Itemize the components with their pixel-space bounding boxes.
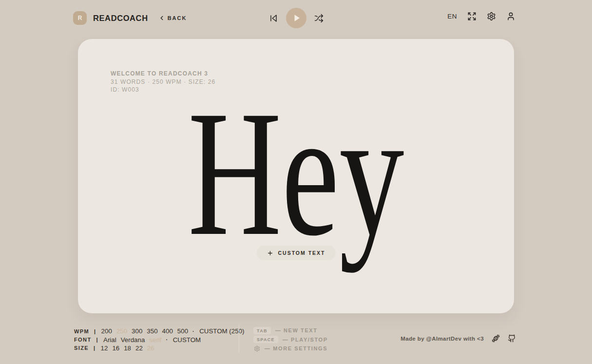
- wpm-custom-button[interactable]: CUSTOM (250): [199, 327, 244, 335]
- expand-icon: [467, 12, 477, 21]
- tab-key-badge: TAB: [253, 327, 271, 334]
- separator-pipe: |: [96, 337, 98, 343]
- back-button[interactable]: BACK: [158, 15, 187, 21]
- github-icon: [508, 334, 516, 343]
- custom-text-button[interactable]: CUSTOM TEXT: [256, 246, 335, 260]
- gear-icon: [487, 12, 496, 21]
- support-button[interactable]: [492, 334, 500, 343]
- font-label: FONT: [74, 337, 92, 343]
- back-label: BACK: [168, 15, 187, 21]
- shuffle-button[interactable]: [314, 14, 324, 23]
- shuffle-icon: [314, 14, 324, 23]
- user-icon: [506, 12, 516, 21]
- text-info: WELCOME TO READCOACH 3 31 WORDS · 250 WP…: [111, 70, 215, 94]
- top-bar: R READCOACH BACK: [0, 0, 592, 37]
- wpm-label: WPM: [74, 328, 89, 334]
- gear-icon: [253, 345, 260, 352]
- shortcut-action: — NEW TEXT: [275, 327, 318, 333]
- credits-text: Made by @AlmartDev with <3: [401, 336, 484, 342]
- app-title: READCOACH: [93, 14, 148, 23]
- text-meta: 31 WORDS · 250 WPM · SIZE: 26: [111, 78, 215, 86]
- shortcuts-panel: TAB — NEW TEXT SPACE — PLAY/STOP — MORE …: [253, 326, 328, 353]
- custom-text-label: CUSTOM TEXT: [278, 250, 325, 256]
- wpm-option-300[interactable]: 300: [132, 327, 142, 335]
- app-logo[interactable]: R: [73, 11, 87, 25]
- size-label: SIZE: [74, 345, 89, 351]
- wpm-option-250[interactable]: 250: [116, 327, 127, 335]
- fullscreen-button[interactable]: [467, 12, 477, 21]
- font-option-serif[interactable]: serif: [149, 336, 161, 344]
- play-icon: [291, 14, 301, 22]
- shortcut-action: — PLAY/STOP: [283, 337, 328, 343]
- wpm-option-350[interactable]: 350: [147, 327, 157, 335]
- font-custom-button[interactable]: CUSTOM: [173, 336, 201, 344]
- separator-dot: ·: [166, 337, 169, 343]
- shortcut-play-stop: SPACE — PLAY/STOP: [253, 335, 328, 345]
- size-option-16[interactable]: 16: [112, 345, 119, 352]
- text-id: ID: W003: [111, 86, 215, 94]
- size-option-26[interactable]: 26: [147, 345, 154, 352]
- reader-card: WELCOME TO READCOACH 3 31 WORDS · 250 WP…: [78, 39, 514, 313]
- wpm-option-200[interactable]: 200: [101, 327, 112, 335]
- skip-back-button[interactable]: [269, 14, 278, 23]
- shortcut-new-text: TAB — NEW TEXT: [253, 326, 328, 335]
- brand-group: R READCOACH BACK: [73, 11, 187, 25]
- text-title: WELCOME TO READCOACH 3: [111, 70, 215, 78]
- font-row: FONT | Arial Verdana serif · CUSTOM: [74, 335, 244, 344]
- shortcut-action: — MORE SETTINGS: [265, 345, 327, 351]
- wpm-option-400[interactable]: 400: [162, 327, 173, 335]
- size-option-12[interactable]: 12: [101, 345, 108, 352]
- utility-group: EN: [447, 12, 516, 21]
- skip-back-icon: [269, 14, 278, 23]
- shortcut-more-settings: — MORE SETTINGS: [253, 344, 328, 353]
- language-button[interactable]: EN: [447, 13, 457, 20]
- space-key-badge: SPACE: [253, 336, 278, 343]
- font-option-arial[interactable]: Arial: [103, 336, 116, 344]
- chevron-left-icon: [158, 15, 165, 21]
- current-word: Hey: [139, 83, 453, 263]
- size-row: SIZE | 12 16 18 22 26: [74, 344, 244, 352]
- settings-panel: WPM | 200 250 300 350 400 500 · CUSTOM (…: [74, 327, 244, 352]
- wpm-row: WPM | 200 250 300 350 400 500 · CUSTOM (…: [74, 327, 244, 335]
- footer-divider: [239, 325, 239, 352]
- separator-pipe: |: [94, 345, 95, 351]
- profile-button[interactable]: [506, 12, 516, 21]
- plus-icon: [267, 250, 273, 256]
- play-button[interactable]: [286, 8, 306, 28]
- credits: Made by @AlmartDev with <3: [401, 334, 516, 343]
- separator-pipe: |: [94, 328, 96, 334]
- wpm-option-500[interactable]: 500: [177, 327, 188, 335]
- size-option-22[interactable]: 22: [135, 345, 143, 352]
- settings-button[interactable]: [487, 12, 496, 21]
- separator-dot: ·: [192, 328, 195, 334]
- logo-letter: R: [78, 15, 82, 21]
- candy-icon: [492, 334, 500, 343]
- github-button[interactable]: [508, 334, 516, 343]
- size-option-18[interactable]: 18: [124, 345, 131, 352]
- playback-controls: [269, 8, 324, 28]
- font-option-verdana[interactable]: Verdana: [121, 336, 145, 344]
